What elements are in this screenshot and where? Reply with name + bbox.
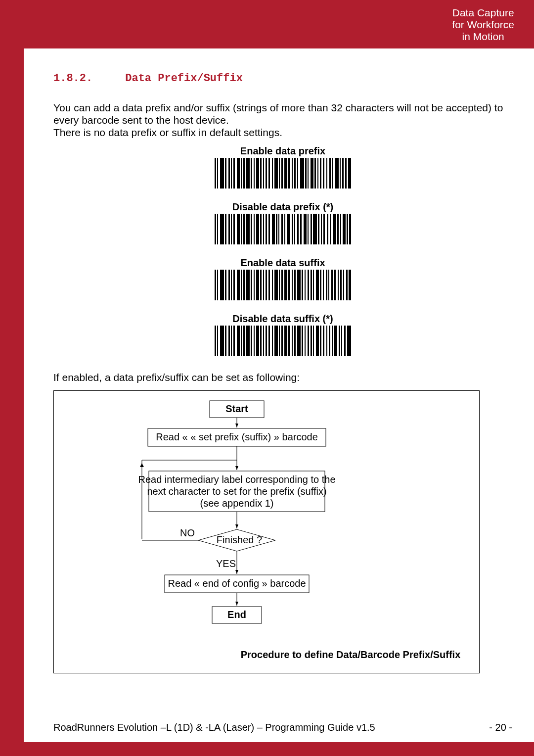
paragraph-1: You can add a data prefix and/or suffix …	[53, 101, 512, 126]
flow-step2a: Read intermediary label corresponding to…	[138, 474, 335, 485]
svg-rect-108	[284, 270, 287, 300]
svg-rect-92	[233, 270, 235, 300]
svg-rect-141	[251, 326, 252, 356]
svg-rect-134	[228, 326, 230, 356]
svg-rect-55	[254, 214, 255, 244]
svg-rect-29	[308, 158, 309, 189]
svg-rect-24	[292, 158, 293, 189]
svg-rect-131	[217, 326, 218, 356]
svg-rect-129	[349, 270, 351, 300]
svg-rect-23	[288, 158, 290, 189]
svg-rect-76	[321, 214, 322, 244]
svg-rect-70	[300, 214, 302, 244]
svg-rect-18	[272, 158, 273, 189]
barcode-image-0	[214, 158, 352, 189]
paragraph-2: There is no data prefix or suffix in def…	[53, 126, 512, 139]
svg-rect-89	[225, 270, 226, 300]
svg-rect-115	[308, 270, 309, 300]
svg-rect-17	[268, 158, 270, 189]
svg-rect-6	[233, 158, 235, 189]
svg-rect-138	[241, 326, 242, 356]
flow-step2b: next character to set for the prefix (su…	[147, 486, 326, 497]
svg-rect-28	[305, 158, 307, 189]
page-footer: RoadRunners Evolution –L (1D) & -LA (Las…	[53, 722, 512, 733]
svg-rect-39	[340, 158, 341, 189]
svg-rect-164	[323, 326, 324, 356]
svg-rect-43	[215, 214, 216, 244]
svg-rect-127	[343, 270, 344, 300]
svg-rect-163	[320, 326, 321, 356]
svg-rect-83	[343, 214, 346, 244]
svg-rect-114	[305, 270, 306, 300]
svg-rect-64	[281, 214, 283, 244]
svg-rect-45	[220, 214, 224, 244]
svg-rect-103	[268, 270, 270, 300]
svg-rect-165	[326, 326, 327, 356]
svg-rect-105	[274, 270, 278, 300]
svg-rect-157	[302, 326, 303, 356]
svg-rect-162	[316, 326, 319, 356]
svg-rect-59	[266, 214, 267, 244]
flow-intro: If enabled, a data prefix/suffix can be …	[53, 371, 512, 383]
barcode-image-3	[214, 326, 352, 356]
svg-rect-121	[326, 270, 327, 300]
svg-rect-170	[341, 326, 342, 356]
svg-rect-41	[345, 158, 347, 189]
svg-rect-14	[260, 158, 262, 189]
svg-rect-122	[328, 270, 329, 300]
svg-rect-65	[284, 214, 285, 244]
svg-rect-172	[347, 326, 351, 356]
svg-rect-100	[260, 270, 262, 300]
header-line3: in Motion	[452, 31, 514, 43]
svg-rect-11	[251, 158, 252, 189]
barcode-label-1: Disable data prefix (*)	[232, 201, 334, 213]
svg-rect-10	[246, 158, 250, 189]
svg-rect-117	[313, 270, 314, 300]
section-number: 1.8.2.	[53, 72, 92, 85]
svg-rect-161	[313, 326, 314, 356]
svg-rect-145	[263, 326, 264, 356]
svg-rect-57	[260, 214, 262, 244]
svg-rect-107	[281, 270, 283, 300]
svg-rect-104	[272, 270, 273, 300]
svg-rect-116	[311, 270, 312, 300]
svg-rect-120	[323, 270, 324, 300]
svg-rect-86	[215, 270, 216, 300]
svg-rect-156	[297, 326, 301, 356]
svg-rect-73	[311, 214, 312, 244]
svg-rect-126	[340, 270, 342, 300]
svg-marker-183	[140, 463, 144, 467]
svg-rect-4	[228, 158, 230, 189]
svg-rect-167	[332, 326, 333, 356]
header-line1: Data Capture	[452, 7, 514, 19]
svg-rect-19	[274, 158, 278, 189]
svg-rect-125	[338, 270, 339, 300]
svg-rect-147	[268, 326, 270, 356]
svg-rect-27	[300, 158, 304, 189]
svg-rect-42	[348, 158, 351, 189]
svg-rect-38	[335, 158, 339, 189]
svg-rect-91	[231, 270, 232, 300]
flow-step2c: (see appendix 1)	[200, 498, 274, 509]
svg-rect-111	[294, 270, 296, 300]
svg-rect-148	[272, 326, 273, 356]
svg-rect-53	[246, 214, 250, 244]
svg-rect-3	[225, 158, 226, 189]
svg-rect-119	[320, 270, 321, 300]
footer-right: - 20 -	[489, 722, 512, 733]
svg-rect-54	[251, 214, 252, 244]
svg-rect-146	[266, 326, 267, 356]
svg-rect-62	[276, 214, 277, 244]
svg-rect-15	[263, 158, 264, 189]
svg-rect-169	[339, 326, 340, 356]
svg-rect-149	[274, 326, 278, 356]
svg-rect-133	[225, 326, 226, 356]
svg-rect-50	[237, 214, 240, 244]
svg-rect-36	[329, 158, 331, 189]
svg-rect-74	[313, 214, 317, 244]
svg-rect-63	[278, 214, 279, 244]
header-tagline: Data Capture for Workforce in Motion	[452, 7, 514, 43]
svg-rect-44	[217, 214, 218, 244]
flowchart-svg: Start Read « « set prefix (suffix) » bar…	[54, 391, 479, 673]
svg-rect-160	[311, 326, 312, 356]
